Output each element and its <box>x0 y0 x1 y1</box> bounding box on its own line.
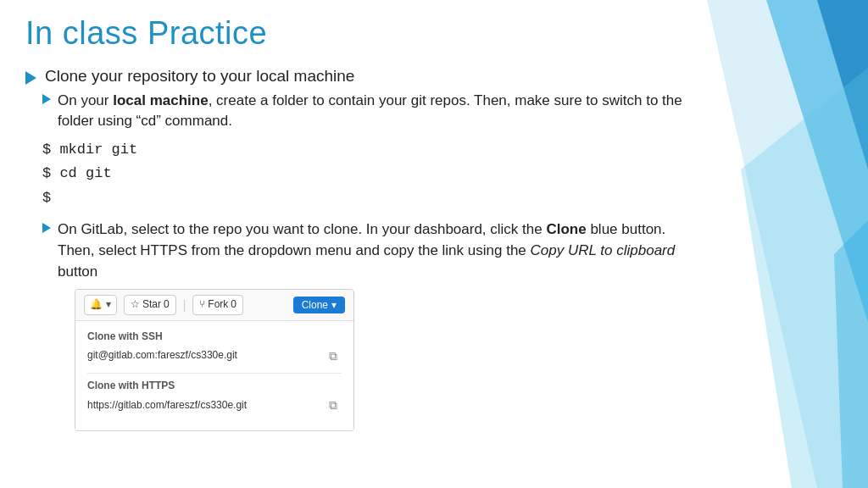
ssh-copy-icon[interactable]: ⧉ <box>325 347 342 364</box>
sub-bullet-gitlab: On GitLab, select to the repo you want t… <box>42 219 704 431</box>
clone-toolbar: 🔔 ▾ ☆ Star 0 | ⑂ Fork 0 <box>75 290 353 320</box>
arrow-main-icon <box>25 71 36 85</box>
main-bullet-text: Clone your repository to your local mach… <box>45 67 354 86</box>
clone-button-label: Clone <box>302 299 328 311</box>
main-bullet-clone: Clone your repository to your local mach… <box>25 67 704 86</box>
slide-title: In class Practice <box>25 15 704 52</box>
arrow-sub-icon-2 <box>42 223 51 233</box>
https-url-row: https://gitlab.com/fareszf/cs330e.git ⧉ <box>87 396 342 413</box>
italic-copy-url: Copy URL to clipboard <box>531 242 676 258</box>
code-line-2: $ cd git <box>42 162 704 186</box>
svg-marker-3 <box>741 68 868 488</box>
ssh-url-row: git@gitlab.com:fareszf/cs330e.git ⧉ <box>87 347 342 364</box>
svg-marker-4 <box>834 220 868 488</box>
star-icon: ☆ <box>131 297 140 312</box>
svg-marker-1 <box>766 0 868 322</box>
star-button[interactable]: ☆ Star 0 <box>124 295 176 314</box>
separator: | <box>183 297 186 313</box>
fork-icon: ⑂ <box>199 297 205 312</box>
https-url: https://gitlab.com/fareszf/cs330e.git <box>87 398 320 413</box>
clone-dropdown-body: Clone with SSH git@gitlab.com:fareszf/cs… <box>75 321 353 431</box>
svg-marker-0 <box>707 0 868 488</box>
clone-dropdown-arrow: ▾ <box>331 299 337 311</box>
svg-marker-2 <box>817 0 868 169</box>
bold-local-machine: local machine <box>113 92 208 108</box>
clone-blue-button[interactable]: Clone ▾ <box>293 297 345 313</box>
divider <box>87 373 342 374</box>
sub-bullet-local-text: On your local machine, create a folder t… <box>58 91 704 131</box>
code-block: $ mkdir git $ cd git $ <box>25 136 704 214</box>
https-copy-icon[interactable]: ⧉ <box>325 396 342 413</box>
fork-count: 0 <box>231 297 236 312</box>
ssh-section-title: Clone with SSH <box>87 330 342 344</box>
star-label: Star <box>142 297 161 312</box>
star-count: 0 <box>164 297 170 312</box>
fork-label: Fork <box>208 297 228 312</box>
bell-button-group[interactable]: 🔔 ▾ <box>84 295 117 314</box>
bold-clone: Clone <box>546 221 586 237</box>
ssh-url: git@gitlab.com:fareszf/cs330e.git <box>87 348 320 363</box>
code-line-3: $ <box>42 186 704 211</box>
sub-bullet-local-machine: On your local machine, create a folder t… <box>42 91 704 131</box>
dropdown-arrow: ▾ <box>106 297 111 312</box>
fork-button[interactable]: ⑂ Fork 0 <box>192 295 243 314</box>
bell-icon: 🔔 <box>90 297 103 312</box>
sub-bullet-gitlab-text: On GitLab, select to the repo you want t… <box>58 219 704 431</box>
code-line-1: $ mkdir git <box>42 138 704 163</box>
https-section-title: Clone with HTTPS <box>87 379 342 393</box>
arrow-sub-icon-1 <box>42 94 51 104</box>
clone-widget-screenshot: 🔔 ▾ ☆ Star 0 | ⑂ Fork 0 <box>75 289 354 431</box>
